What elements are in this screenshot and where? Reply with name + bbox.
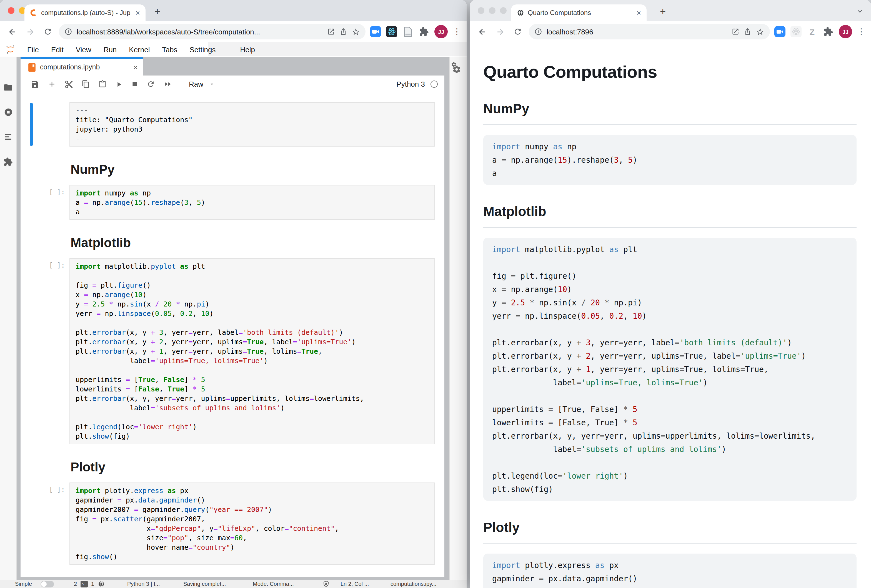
notebook-tab-close-icon[interactable]: × (133, 63, 138, 72)
share-icon[interactable] (340, 28, 347, 36)
menu-kernel[interactable]: Kernel (123, 45, 156, 54)
notebook-tab-bar: computations.ipynb × (21, 57, 444, 76)
browser-tab-strip-right: Quarto Computations × + (470, 0, 871, 21)
browser-tab-strip-left: computations.ip (auto-S) - Jup × + (0, 0, 467, 21)
close-window-button[interactable] (8, 7, 15, 14)
menu-settings[interactable]: Settings (183, 45, 221, 54)
chevron-down-icon (209, 81, 215, 87)
profile-avatar[interactable]: JJ (434, 25, 448, 38)
table-of-contents-icon[interactable] (3, 132, 13, 142)
section-heading-plotly: Plotly (483, 520, 856, 543)
small-gear-icon (451, 62, 456, 67)
site-info-icon[interactable] (534, 28, 542, 36)
restart-and-run-all-button[interactable] (163, 80, 172, 88)
markdown-heading-plotly[interactable]: Plotly (70, 460, 394, 475)
forward-icon[interactable] (23, 25, 37, 38)
notebook-tab[interactable]: computations.ipynb × (21, 57, 143, 76)
open-in-new-icon[interactable] (732, 28, 739, 36)
cell-type-dropdown[interactable]: Raw (189, 80, 215, 88)
bookmark-star-icon[interactable] (352, 27, 360, 36)
menu-file[interactable]: File (21, 45, 45, 54)
minimize-window-button[interactable] (489, 7, 495, 14)
menu-run[interactable]: Run (97, 45, 123, 54)
jupyter-body: computations.ipynb × (0, 57, 467, 580)
tab-search-chevron-icon[interactable] (856, 8, 863, 15)
zoom-window-button[interactable] (500, 7, 507, 14)
share-icon[interactable] (744, 28, 751, 36)
address-bar[interactable]: localhost:7896 (529, 24, 770, 39)
add-cell-button[interactable] (48, 80, 56, 88)
restart-kernel-button[interactable] (147, 80, 155, 88)
bookmark-star-icon[interactable] (756, 27, 764, 36)
z-extension-icon[interactable]: Z (807, 26, 818, 37)
paste-cells-button[interactable] (98, 80, 107, 88)
section-heading-numpy: NumPy (483, 101, 856, 125)
kernel-indicator[interactable]: Python 3 (397, 80, 438, 88)
kernel-status-text[interactable]: Python 3 | I... (127, 581, 160, 587)
raw-cell-editor[interactable]: ---title: "Quarto Computations"jupyter: … (69, 102, 435, 146)
browser-tab[interactable]: computations.ip (auto-S) - Jup × (24, 4, 145, 21)
site-info-icon[interactable] (64, 28, 72, 36)
markdown-heading-numpy[interactable]: NumPy (70, 162, 394, 177)
back-icon[interactable] (476, 25, 489, 38)
jupyter-left-sidebar (0, 57, 16, 580)
file-browser-icon[interactable] (3, 83, 13, 92)
jupyter-menu-bar: File Edit View Run Kernel Tabs Settings … (0, 42, 467, 57)
document-extension-icon[interactable] (402, 26, 413, 37)
page-title: Quarto Computations (483, 62, 856, 82)
matplotlib-cell-editor[interactable]: import matplotlib.pyplot as plt fig = pl… (69, 258, 435, 444)
interrupt-kernel-button[interactable] (131, 81, 138, 88)
extensions-row: JJ ⋮ (370, 25, 461, 38)
running-kernels-icon[interactable] (4, 108, 12, 116)
back-icon[interactable] (6, 25, 19, 38)
plotly-cell-editor[interactable]: import plotly.express as pxgapminder = p… (69, 482, 435, 565)
close-window-button[interactable] (478, 7, 484, 14)
code-cell-matplotlib: [ ]: import matplotlib.pyplot as plt fig… (21, 258, 444, 444)
simple-mode-toggle[interactable] (40, 581, 54, 588)
matplotlib-code-block: import matplotlib.pyplot as plt fig = pl… (483, 238, 856, 501)
mode-indicator[interactable]: Mode: Comma... (253, 581, 294, 587)
browser-menu-icon[interactable]: ⋮ (857, 27, 865, 37)
cut-cells-button[interactable] (64, 80, 73, 88)
property-inspector-gear-icon[interactable] (452, 65, 461, 74)
forward-icon[interactable] (493, 25, 507, 38)
menu-help[interactable]: Help (234, 45, 261, 54)
save-button[interactable] (31, 80, 39, 88)
new-tab-button[interactable]: + (154, 6, 160, 18)
run-cell-button[interactable] (115, 80, 123, 88)
extensions-puzzle-icon[interactable] (823, 26, 834, 37)
reload-icon[interactable] (511, 25, 524, 38)
address-bar[interactable]: localhost:8889/lab/workspaces/auto-S/tre… (59, 24, 365, 39)
menu-view[interactable]: View (70, 45, 97, 54)
reload-icon[interactable] (41, 25, 54, 38)
jupyter-right-sidebar (449, 57, 467, 580)
copy-cells-button[interactable] (82, 80, 90, 88)
zoom-extension-icon[interactable] (774, 26, 786, 37)
menu-tabs[interactable]: Tabs (156, 45, 184, 54)
browser-tab[interactable]: Quarto Computations × (511, 4, 647, 21)
cursor-position[interactable]: Ln 2, Col ... (341, 581, 369, 587)
open-in-new-icon[interactable] (327, 28, 335, 36)
browser-menu-icon[interactable]: ⋮ (453, 27, 461, 37)
url-text[interactable]: localhost:7896 (546, 27, 727, 36)
quarto-page: Quarto Computations NumPy import numpy a… (470, 42, 871, 588)
react-devtools-extension-icon[interactable] (790, 26, 802, 37)
markdown-heading-matplotlib[interactable]: Matplotlib (70, 236, 394, 251)
numpy-code-block: import numpy as npa = np.arange(15).resh… (483, 135, 856, 185)
extensions-puzzle-icon[interactable] (418, 26, 430, 37)
extension-manager-icon[interactable] (3, 157, 13, 167)
menu-edit[interactable]: Edit (45, 45, 70, 54)
numpy-cell-editor[interactable]: import numpy as npa = np.arange(15).resh… (69, 185, 435, 220)
notebook-content: ---title: "Quarto Computations"jupyter: … (21, 93, 444, 577)
new-tab-button[interactable]: + (660, 6, 666, 18)
saving-status-text: Saving complet... (183, 581, 226, 587)
close-tab-icon[interactable]: × (637, 9, 641, 16)
zoom-extension-icon[interactable] (370, 26, 381, 37)
cell-prompt: [ ]: (21, 188, 65, 196)
react-devtools-extension-icon[interactable] (386, 26, 397, 37)
profile-avatar[interactable]: JJ (839, 25, 852, 38)
close-tab-icon[interactable]: × (136, 9, 140, 16)
notebook-toolbar: Raw Python 3 (21, 76, 444, 93)
url-text[interactable]: localhost:8889/lab/workspaces/auto-S/tre… (77, 27, 323, 36)
jupyter-logo (6, 45, 16, 54)
